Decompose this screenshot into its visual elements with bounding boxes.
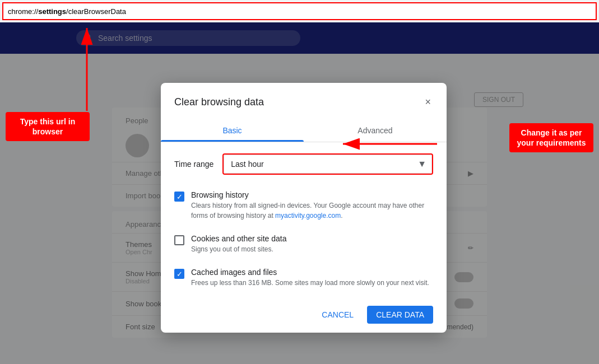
tab-advanced[interactable]: Advanced [304, 119, 447, 142]
url-display: chrome://settings/clearBrowserData [8, 7, 126, 16]
browsing-history-checkbox[interactable] [174, 192, 184, 202]
cached-desc: Frees up less than 316 MB. Some sites ma… [191, 278, 433, 288]
dialog-tabs: Basic Advanced [161, 119, 447, 142]
dialog-title: Clear browsing data [174, 96, 264, 108]
browsing-history-text: Browsing history Clears history from all… [191, 190, 433, 221]
cookies-text: Cookies and other site data Signs you ou… [191, 234, 433, 254]
cached-checkbox[interactable] [174, 269, 184, 279]
url-annotation: Type this url in browser [6, 112, 90, 141]
cookies-title: Cookies and other site data [191, 234, 433, 243]
cached-title: Cached images and files [191, 268, 433, 277]
cookies-desc: Signs you out of most sites. [191, 244, 433, 254]
clear-browsing-data-dialog: Clear browsing data × Basic Advanced Tim… [161, 83, 447, 333]
requirements-annotation: Change it as per your requirements [509, 123, 593, 152]
address-bar[interactable]: chrome://settings/clearBrowserData [2, 2, 597, 20]
clear-data-button[interactable]: CLEAR DATA [367, 306, 433, 324]
dialog-items: Browsing history Clears history from all… [161, 181, 447, 297]
dialog-header: Clear browsing data × [161, 83, 447, 110]
dialog-footer: CANCEL CLEAR DATA [161, 297, 447, 333]
time-range-select[interactable]: Last hour Last 24 hours Last 7 days Last… [224, 155, 432, 174]
dialog-close-button[interactable]: × [422, 94, 433, 110]
cookies-checkbox[interactable] [174, 235, 184, 245]
cached-text: Cached images and files Frees up less th… [191, 268, 433, 288]
time-range-select-wrapper: Last hour Last 24 hours Last 7 days Last… [222, 153, 433, 175]
cancel-button[interactable]: CANCEL [313, 306, 363, 324]
cookies-item: Cookies and other site data Signs you ou… [174, 227, 433, 261]
tab-basic[interactable]: Basic [161, 119, 304, 142]
browsing-history-item: Browsing history Clears history from all… [174, 184, 433, 227]
myactivity-link[interactable]: myactivity.google.com [275, 212, 341, 220]
time-range-row: Time range Last hour Last 24 hours Last … [161, 142, 447, 181]
cached-item: Cached images and files Frees up less th… [174, 261, 433, 295]
time-range-label: Time range [174, 160, 213, 169]
browsing-history-title: Browsing history [191, 190, 433, 199]
browsing-history-desc: Clears history from all signed-in device… [191, 200, 433, 221]
